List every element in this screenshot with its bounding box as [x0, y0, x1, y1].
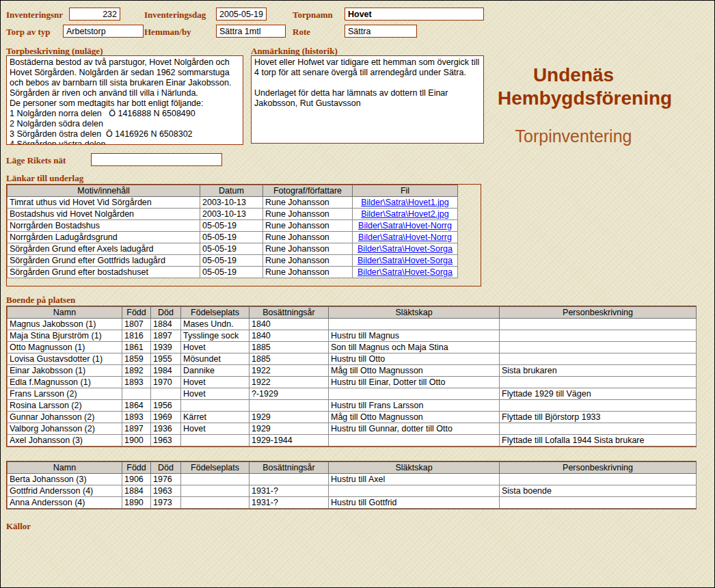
residents-header-row-2: NamnFöddDödFödelseplatsBosättningsårSläk… — [8, 462, 697, 474]
file-link[interactable]: Bilder\Satra\Hovet-Norrg — [358, 221, 452, 230]
table-cell: 1939 — [151, 342, 181, 353]
torp-av-typ-input[interactable] — [63, 25, 144, 38]
table-cell: Lovisa Gustavsdotter (1) — [8, 353, 122, 365]
column-header: Motiv/innehåll — [8, 185, 200, 197]
table-cell: Sörgården Grund efter Axels ladugård — [8, 243, 200, 255]
table-cell: Hustru till Einar, Dotter till Otto — [329, 377, 500, 388]
residents-table-1: NamnFöddDödFödelseplatsBosättningsårSläk… — [7, 306, 697, 446]
table-cell: 1897 — [151, 330, 181, 342]
table-cell: Flyttade till Björstorp 1933 — [500, 412, 697, 423]
table-cell — [181, 497, 249, 509]
table-row: Otto Magnusson (1)18611939Hovet1885Son t… — [8, 342, 697, 353]
table-cell: 1861 — [122, 342, 151, 353]
table-cell: Bilder\Satra\Hovet-Norrg — [353, 232, 458, 243]
column-header: Födelseplats — [181, 307, 249, 319]
table-cell: Maja Stina Bjurström (1) — [8, 330, 122, 342]
table-cell: 1906 — [122, 474, 151, 485]
table-row: Gunnar Johansson (2)18931969Kärret1929Må… — [8, 412, 697, 423]
column-header: Datum — [200, 185, 263, 197]
table-cell: 2003-10-13 — [200, 197, 263, 209]
table-cell: 1929 — [249, 412, 329, 423]
lage-rikets-nat-input[interactable] — [91, 153, 222, 166]
inventeringsnr-input[interactable] — [69, 8, 120, 21]
table-cell: Hustru till Axel — [329, 474, 500, 485]
table-cell — [500, 353, 697, 365]
table-row: Anna Andersson (4)189019731931-?Hustru t… — [8, 497, 697, 509]
table-cell: Tysslinge sock — [181, 330, 249, 342]
torpnamn-label: Torpnamn — [293, 10, 333, 21]
residents-table1-frame: NamnFöddDödFödelseplatsBosättningsårSläk… — [6, 306, 697, 447]
column-header: Född — [122, 307, 151, 319]
inventeringsdag-label: Inventeringsdag — [144, 10, 206, 21]
anmarkning-field[interactable]: Hovet eller Hofwet var tidigare ett hemm… — [251, 55, 484, 144]
table-cell — [181, 485, 249, 497]
table-cell: Gunnar Johansson (2) — [8, 412, 122, 423]
torpbeskrivning-field[interactable]: Bostäderna bestod av två parstugor, Hove… — [6, 55, 243, 145]
table-cell: 1885 — [249, 342, 329, 353]
column-header: Bosättningsår — [249, 307, 329, 319]
table-row: Berta Johansson (3)19061976Hustru till A… — [8, 474, 697, 485]
file-link[interactable]: Bilder\Satra\Hovet-Sorga — [358, 256, 453, 265]
residents-table2-frame: NamnFöddDödFödelseplatsBosättningsårSläk… — [6, 461, 697, 509]
org-title-line2: Hembygdsförening — [498, 87, 649, 110]
table-cell: Gottfrid Andersson (4) — [8, 485, 122, 497]
file-link[interactable]: Bilder\Satra\Hovet-Sorga — [358, 244, 453, 254]
table-cell — [500, 330, 697, 342]
file-link[interactable]: Bilder\Satra\Hovet-Sorga — [358, 267, 453, 277]
column-header: Född — [122, 462, 151, 474]
table-row: Frans Larsson (2)Hovet?-1929Flyttade 192… — [8, 388, 697, 400]
residents-table2-body: Berta Johansson (3)19061976Hustru till A… — [8, 474, 697, 509]
table-cell — [500, 319, 697, 330]
table-cell — [500, 377, 697, 388]
table-cell: 1884 — [122, 485, 151, 497]
table-cell: Flyttade 1929 till Vägen — [500, 388, 697, 400]
file-link[interactable]: Bilder\Satra\Hovet-Norrg — [358, 232, 452, 242]
table-cell: Rune Johansson — [263, 267, 353, 278]
column-header: Namn — [8, 462, 122, 474]
torpnamn-input[interactable] — [345, 8, 484, 21]
column-header: Namn — [8, 307, 122, 319]
table-cell — [500, 497, 697, 509]
column-header: Personbeskrivning — [500, 462, 697, 474]
table-cell: Rune Johansson — [263, 232, 353, 243]
table-cell: Valborg Johansson (2) — [8, 423, 122, 435]
table-cell: 1922 — [249, 365, 329, 377]
rote-input[interactable] — [345, 25, 417, 38]
table-cell — [122, 388, 151, 400]
table-row: Lovisa Gustavsdotter (1)18591955Mösundet… — [8, 353, 697, 365]
table-cell — [500, 400, 697, 412]
table-cell — [329, 319, 500, 330]
table-cell: Edla f.Magnusson (1) — [8, 377, 122, 388]
table-row: Norrgården Ladugårdsgrund05-05-19Rune Jo… — [8, 232, 458, 243]
table-row: Magnus Jakobsson (1)18071884Mases Undn.1… — [8, 319, 697, 330]
table-cell: Axel Johansson (3) — [8, 435, 122, 446]
table-cell — [249, 474, 329, 485]
table-cell: 1963 — [151, 485, 181, 497]
table-cell: 1897 — [122, 423, 151, 435]
residents-header-row: NamnFöddDödFödelseplatsBosättningsårSläk… — [8, 307, 697, 319]
hemman-by-input[interactable] — [216, 25, 286, 38]
lage-rikets-nat-label: Läge Rikets nät — [6, 155, 66, 166]
table-row: Maja Stina Bjurström (1)18161897Tyssling… — [8, 330, 697, 342]
table-row: Gottfrid Andersson (4)188419631931-?Sist… — [8, 485, 697, 497]
table-row: Edla f.Magnusson (1)18931970Hovet1922Hus… — [8, 377, 697, 388]
table-cell: Måg till Otto Magnusson — [329, 412, 500, 423]
table-cell: 1893 — [122, 377, 151, 388]
table-cell: 1929-1944 — [249, 435, 329, 446]
table-cell: 1931-? — [249, 485, 329, 497]
table-row: Norrgården Bostadshus05-05-19Rune Johans… — [8, 220, 458, 232]
file-link[interactable]: Bilder\Satra\Hovet2.jpg — [361, 209, 449, 219]
column-header: Födelseplats — [181, 462, 249, 474]
table-cell — [329, 388, 500, 400]
table-cell: 05-05-19 — [200, 243, 263, 255]
table-cell — [329, 485, 500, 497]
column-header: Död — [151, 462, 181, 474]
table-cell — [500, 474, 697, 485]
table-cell — [500, 423, 697, 435]
table-cell: 1840 — [249, 319, 329, 330]
table-row: Sörgården Grund efter bostadshuset05-05-… — [8, 267, 458, 278]
inventeringsdag-input[interactable] — [216, 8, 267, 21]
table-cell: Hustru till Magnus — [329, 330, 500, 342]
links-table-frame: Motiv/innehållDatumFotograf/författareFi… — [6, 184, 481, 286]
file-link[interactable]: Bilder\Satra\Hovet1.jpg — [361, 198, 449, 207]
